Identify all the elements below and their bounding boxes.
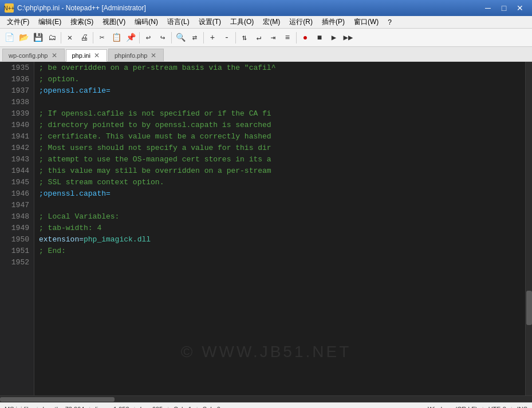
save-button[interactable]: 💾 — [31, 31, 45, 45]
scroll-area: ; be overridden on a per-stream basis vi… — [34, 62, 532, 395]
code-line-1946: ;openssl.capath= — [34, 188, 525, 199]
code-line-1938 — [34, 96, 525, 108]
code-line-1944: ; this value may still be overridden on … — [34, 165, 525, 176]
code-line-1941: ; certificate. This value must be a corr… — [34, 130, 525, 142]
code-line-1951: ; End: — [34, 245, 525, 256]
close-button[interactable]: ✕ — [513, 2, 527, 14]
code-line-1948: ; Local Variables: — [34, 211, 525, 222]
code-line-1943: ; attempt to use the OS-managed cert sto… — [34, 153, 525, 165]
menu-settings[interactable]: 设置(T) — [194, 16, 226, 28]
record-button[interactable]: ● — [298, 31, 312, 45]
menu-macro[interactable]: 宏(M) — [258, 16, 285, 28]
menu-file[interactable]: 文件(F) — [2, 16, 34, 28]
menu-edit[interactable]: 编辑(E) — [34, 16, 66, 28]
cut-button[interactable]: ✂ — [95, 31, 109, 45]
maximize-button[interactable]: □ — [496, 2, 511, 14]
menu-help[interactable]: ? — [383, 17, 396, 27]
code-line-1936: ; option. — [34, 73, 525, 85]
insert-mode: INS — [517, 406, 527, 409]
menu-search[interactable]: 搜索(S) — [66, 16, 98, 28]
line-number-1935: 1935 — [0, 62, 34, 73]
line-number-1947: 1947 — [0, 199, 34, 211]
tab-php-ini-label: php.ini — [72, 52, 90, 59]
copy-button[interactable]: 📋 — [109, 31, 123, 45]
code-line-1952 — [34, 256, 525, 268]
code-area: 1935193619371938193919401941194219431944… — [0, 62, 532, 395]
cursor-col: Col : 1 — [174, 406, 192, 409]
app-icon: N++ — [5, 3, 14, 13]
code-content[interactable]: ; be overridden on a per-stream basis vi… — [34, 62, 525, 395]
menu-tools[interactable]: 工具(O) — [226, 16, 258, 28]
line-ending: Windows (CR LF) — [428, 406, 478, 409]
menu-encoding[interactable]: 编码(N) — [130, 16, 163, 28]
play-button[interactable]: ▶ — [327, 31, 341, 45]
tab-phpinfo-close[interactable]: ✕ — [149, 52, 157, 60]
line-number-1944: 1944 — [0, 165, 34, 176]
sync-scroll-button[interactable]: ⇅ — [238, 31, 251, 45]
line-number-1951: 1951 — [0, 245, 34, 256]
open-button[interactable]: 📂 — [17, 31, 30, 45]
menu-view[interactable]: 视图(V) — [98, 16, 130, 28]
line-number-1939: 1939 — [0, 108, 34, 119]
code-line-1949: ; tab-width: 4 — [34, 222, 525, 233]
menu-plugins[interactable]: 插件(P) — [317, 16, 349, 28]
save-all-button[interactable]: 🗂 — [45, 31, 59, 45]
line-number-1952: 1952 — [0, 256, 34, 268]
file-length: length : 73,964 — [43, 406, 85, 409]
tab-wp-config-close[interactable]: ✕ — [50, 52, 58, 60]
line-numbers: 1935193619371938193919401941194219431944… — [0, 62, 34, 395]
vertical-scrollbar[interactable] — [525, 62, 532, 395]
h-scrollbar-thumb[interactable] — [0, 397, 115, 402]
code-line-1947 — [34, 199, 525, 211]
line-number-1946: 1946 — [0, 188, 34, 199]
horizontal-scrollbar[interactable] — [0, 395, 532, 402]
tab-wp-config-label: wp-config.php — [9, 52, 48, 59]
paste-button[interactable]: 📌 — [124, 31, 137, 45]
indent-button[interactable]: ⇥ — [266, 31, 280, 45]
run-macro-button[interactable]: ▶▶ — [341, 31, 355, 45]
line-number-1938: 1938 — [0, 96, 34, 108]
redo-button[interactable]: ↪ — [156, 31, 170, 45]
scrollbar-thumb[interactable] — [526, 291, 532, 325]
separator-6 — [235, 32, 236, 43]
line-number-1945: 1945 — [0, 176, 34, 188]
find-button[interactable]: 🔍 — [174, 31, 187, 45]
code-line-1942: ; Most users should not specify a value … — [34, 142, 525, 153]
separator-2 — [93, 32, 93, 43]
line-number-1941: 1941 — [0, 130, 34, 142]
line-number-1942: 1942 — [0, 142, 34, 153]
tab-wp-config[interactable]: wp-config.php ✕ — [2, 49, 65, 61]
separator-7 — [296, 32, 297, 43]
file-lines: lines : 1,952 — [95, 406, 129, 409]
wrap-button[interactable]: ↵ — [252, 31, 266, 45]
new-button[interactable]: 📄 — [2, 31, 16, 45]
tab-php-ini[interactable]: php.ini ✕ — [66, 49, 107, 62]
line-number-1937: 1937 — [0, 85, 34, 96]
toolbar: 📄 📂 💾 🗂 ✕ 🖨 ✂ 📋 📌 ↩ ↪ 🔍 ⇄ + - ⇅ ↵ ⇥ ≡ ● … — [0, 29, 532, 47]
stop-button[interactable]: ■ — [313, 31, 326, 45]
format-button[interactable]: ≡ — [281, 31, 294, 45]
zoom-in-button[interactable]: + — [206, 31, 219, 45]
separator-5 — [203, 32, 204, 43]
zoom-out-button[interactable]: - — [220, 31, 234, 45]
minimize-button[interactable]: ─ — [480, 2, 495, 14]
print-button[interactable]: 🖨 — [77, 31, 91, 45]
separator-1 — [61, 32, 61, 43]
code-line-1935: ; be overridden on a per-stream basis vi… — [34, 62, 525, 73]
code-line-1939: ; If openssl.cafile is not specified or … — [34, 108, 525, 119]
window-controls: ─ □ ✕ — [480, 2, 527, 14]
status-bar: MS ini file | length : 73,964 | lines : … — [0, 402, 532, 408]
menu-window[interactable]: 窗口(W) — [349, 16, 383, 28]
menu-bar: 文件(F) 编辑(E) 搜索(S) 视图(V) 编码(N) 语言(L) 设置(T… — [0, 16, 532, 29]
h-scrollbar-track — [0, 397, 532, 402]
close-button[interactable]: ✕ — [63, 31, 77, 45]
menu-language[interactable]: 语言(L) — [163, 16, 194, 28]
undo-button[interactable]: ↩ — [141, 31, 155, 45]
tab-phpinfo[interactable]: phpinfo.php ✕ — [108, 49, 164, 61]
file-type: MS ini file — [5, 406, 32, 409]
encoding: UTF-8 — [488, 406, 506, 409]
menu-run[interactable]: 运行(R) — [285, 16, 317, 28]
selection: Sel : 0 — [203, 406, 220, 409]
replace-button[interactable]: ⇄ — [188, 31, 202, 45]
tab-php-ini-close[interactable]: ✕ — [93, 52, 101, 60]
